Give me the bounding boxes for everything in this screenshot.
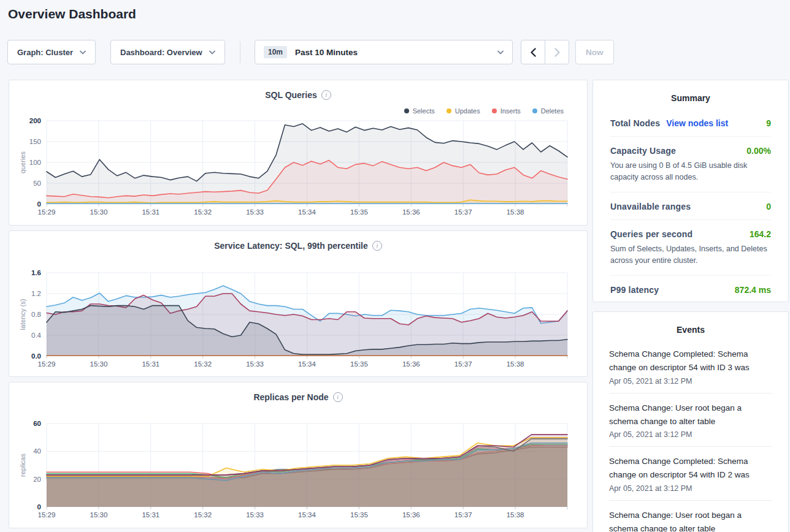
svg-text:15:29: 15:29 bbox=[38, 360, 56, 368]
p99-latency-value: 872.4 ms bbox=[735, 285, 771, 295]
svg-text:15:31: 15:31 bbox=[142, 511, 159, 519]
chart-title-row: Replicas per Nodei bbox=[9, 392, 587, 402]
graph-dropdown-label: Graph: Cluster bbox=[17, 48, 73, 57]
svg-text:15:38: 15:38 bbox=[507, 360, 524, 368]
info-icon[interactable]: i bbox=[372, 241, 382, 251]
service-latency-chart-card: Service Latency: SQL, 99th percentilei0.… bbox=[9, 230, 588, 377]
summary-title: Summary bbox=[593, 80, 788, 103]
svg-text:15:30: 15:30 bbox=[90, 360, 108, 368]
legend-item-selects[interactable]: Selects bbox=[404, 107, 435, 115]
events-list: Schema Change Completed: Schema change o… bbox=[593, 335, 788, 532]
svg-text:15:33: 15:33 bbox=[246, 511, 264, 519]
legend-item-deletes[interactable]: Deletes bbox=[532, 107, 564, 115]
graph-dropdown[interactable]: Graph: Cluster bbox=[7, 40, 96, 64]
summary-row-total-nodes: Total Nodes View nodes list 9 bbox=[610, 109, 771, 137]
svg-text:1.2: 1.2 bbox=[31, 290, 41, 297]
chevron-right-icon bbox=[554, 48, 560, 57]
svg-text:150: 150 bbox=[29, 138, 41, 145]
time-forward-button[interactable] bbox=[545, 40, 569, 64]
page-title: Overview Dashboard bbox=[8, 7, 136, 21]
legend-dot bbox=[532, 108, 537, 113]
svg-text:15:36: 15:36 bbox=[402, 208, 420, 216]
total-nodes-label: Total Nodes bbox=[610, 118, 660, 128]
summary-row-capacity: Capacity Usage 0.00% You are using 0 B o… bbox=[610, 137, 771, 192]
legend-item-updates[interactable]: Updates bbox=[447, 107, 480, 115]
events-title: Events bbox=[593, 312, 788, 335]
info-icon[interactable]: i bbox=[333, 392, 343, 402]
event-item[interactable]: Schema Change Completed: Schema change o… bbox=[609, 447, 772, 501]
time-back-button[interactable] bbox=[521, 40, 545, 64]
svg-text:1.6: 1.6 bbox=[31, 269, 41, 276]
svg-text:15:36: 15:36 bbox=[402, 360, 420, 368]
svg-text:15:34: 15:34 bbox=[298, 208, 316, 216]
capacity-usage-value: 0.00% bbox=[746, 146, 771, 156]
view-nodes-list-link[interactable]: View nodes list bbox=[666, 118, 728, 128]
svg-text:15:31: 15:31 bbox=[142, 360, 159, 368]
svg-text:40: 40 bbox=[33, 447, 41, 455]
chart-title: SQL Queries bbox=[265, 90, 317, 100]
svg-text:0: 0 bbox=[37, 200, 41, 208]
svg-text:15:32: 15:32 bbox=[194, 208, 212, 216]
qps-label: Queries per second bbox=[610, 229, 692, 239]
svg-text:15:31: 15:31 bbox=[142, 208, 159, 216]
now-button[interactable]: Now bbox=[575, 40, 614, 64]
chart-legend: SelectsUpdatesInsertsDeletes bbox=[404, 107, 564, 115]
svg-text:15:29: 15:29 bbox=[38, 208, 56, 216]
chevron-left-icon bbox=[531, 48, 536, 57]
svg-text:15:30: 15:30 bbox=[90, 208, 108, 216]
chart-title: Service Latency: SQL, 99th percentile bbox=[214, 241, 368, 251]
svg-text:0.8: 0.8 bbox=[31, 311, 41, 318]
svg-text:0.4: 0.4 bbox=[31, 332, 42, 339]
chart-title-row: Service Latency: SQL, 99th percentilei bbox=[9, 241, 587, 251]
event-text: Schema Change: User root began a schema … bbox=[609, 401, 772, 429]
svg-text:15:36: 15:36 bbox=[402, 511, 420, 519]
svg-text:15:32: 15:32 bbox=[194, 511, 212, 519]
event-item[interactable]: Schema Change Completed: Schema change o… bbox=[609, 340, 772, 393]
p99-latency-label: P99 latency bbox=[610, 285, 659, 295]
svg-text:15:33: 15:33 bbox=[246, 360, 264, 368]
time-range-badge: 10m bbox=[264, 46, 287, 58]
legend-item-inserts[interactable]: Inserts bbox=[492, 107, 521, 115]
svg-text:queries: queries bbox=[19, 151, 26, 173]
replicas-per-node-chart-card: Replicas per Nodei020406015:2915:3015:31… bbox=[9, 382, 588, 528]
chart-plot[interactable]: 05010015020015:2915:3015:3115:3215:3315:… bbox=[9, 115, 588, 221]
svg-text:200: 200 bbox=[29, 117, 41, 124]
svg-text:50: 50 bbox=[33, 180, 41, 187]
legend-label: Deletes bbox=[541, 107, 564, 115]
event-item[interactable]: Schema Change: User root began a schema … bbox=[609, 501, 772, 532]
sql-queries-chart-card: SQL QueriesiSelectsUpdatesInsertsDeletes… bbox=[9, 80, 588, 226]
unavailable-ranges-value: 0 bbox=[766, 202, 771, 211]
event-timestamp: Apr 05, 2021 at 3:12 PM bbox=[609, 377, 772, 386]
chart-title: Replicas per Node bbox=[253, 392, 328, 402]
toolbar-divider bbox=[240, 41, 240, 63]
chart-plot[interactable]: 020406015:2915:3015:3115:3215:3315:3415:… bbox=[9, 417, 588, 524]
legend-dot bbox=[447, 108, 451, 113]
svg-text:0: 0 bbox=[37, 503, 41, 511]
time-range-selector[interactable]: 10m Past 10 Minutes bbox=[255, 40, 513, 64]
svg-text:15:37: 15:37 bbox=[454, 208, 472, 216]
event-text: Schema Change: User root began a schema … bbox=[609, 509, 772, 532]
event-timestamp: Apr 05, 2021 at 3:12 PM bbox=[609, 430, 772, 439]
svg-text:15:30: 15:30 bbox=[90, 511, 108, 519]
svg-text:60: 60 bbox=[33, 420, 41, 427]
svg-text:15:34: 15:34 bbox=[298, 360, 316, 368]
summary-row-p99: P99 latency 872.4 ms bbox=[610, 276, 771, 303]
svg-text:15:29: 15:29 bbox=[38, 511, 56, 519]
legend-label: Updates bbox=[455, 107, 480, 115]
event-text: Schema Change Completed: Schema change o… bbox=[609, 455, 772, 482]
chevron-down-icon bbox=[497, 50, 504, 55]
svg-text:15:32: 15:32 bbox=[194, 360, 212, 368]
summary-row-qps: Queries per second 164.2 Sum of Selects,… bbox=[610, 220, 771, 276]
svg-text:100: 100 bbox=[29, 159, 41, 166]
info-icon[interactable]: i bbox=[321, 90, 331, 100]
svg-text:20: 20 bbox=[33, 476, 41, 483]
chart-plot[interactable]: 0.00.40.81.21.615:2915:3015:3115:3215:33… bbox=[9, 267, 588, 373]
summary-body: Total Nodes View nodes list 9 Capacity U… bbox=[593, 103, 788, 303]
dashboard-dropdown[interactable]: Dashboard: Overview bbox=[110, 40, 225, 64]
event-timestamp: Apr 05, 2021 at 3:12 PM bbox=[609, 484, 772, 493]
event-item[interactable]: Schema Change: User root began a schema … bbox=[609, 393, 772, 447]
capacity-usage-desc: You are using 0 B of 4.5 GiB usable disk… bbox=[610, 160, 771, 184]
time-range-label: Past 10 Minutes bbox=[295, 48, 497, 57]
svg-text:15:33: 15:33 bbox=[246, 208, 264, 216]
svg-text:15:37: 15:37 bbox=[454, 511, 472, 519]
